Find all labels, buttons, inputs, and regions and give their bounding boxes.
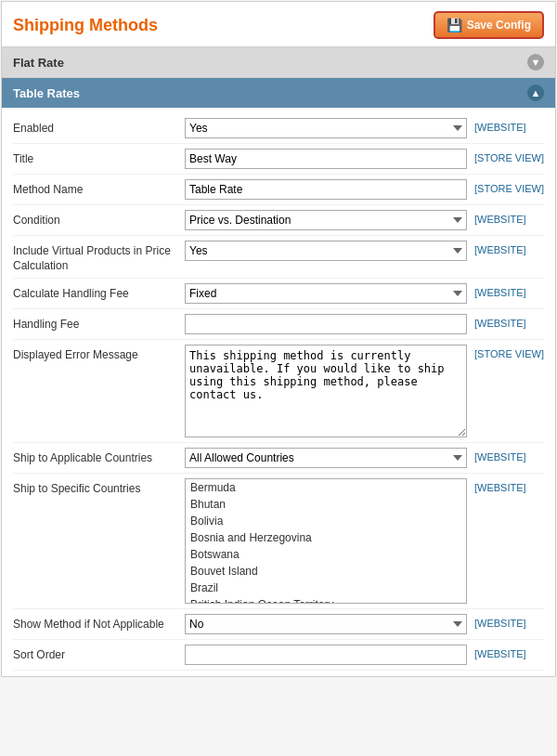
- method-name-scope: [STORE VIEW]: [474, 179, 544, 194]
- condition-control: Price vs. Destination Weight vs. Destina…: [185, 210, 544, 230]
- list-item[interactable]: Bermuda: [186, 479, 466, 496]
- calculate-handling-fee-control: Fixed Percent [WEBSITE]: [185, 283, 544, 304]
- flat-rate-section-header[interactable]: Flat Rate ▼: [2, 46, 555, 77]
- condition-label: Condition: [13, 210, 185, 228]
- sort-order-row: Sort Order [WEBSITE]: [13, 640, 544, 671]
- specific-countries-label: Ship to Specific Countries: [13, 478, 185, 497]
- handling-fee-control: [WEBSITE]: [185, 314, 544, 334]
- save-icon: 💾: [447, 18, 462, 33]
- list-item[interactable]: Botswana: [186, 546, 466, 563]
- include-virtual-label: Include Virtual Products in Price Calcul…: [13, 241, 185, 273]
- applicable-countries-select[interactable]: All Allowed Countries Specific Countries: [185, 448, 467, 468]
- table-rates-title: Table Rates: [13, 86, 80, 100]
- list-item[interactable]: Bouvet Island: [186, 563, 466, 580]
- title-label: Title: [13, 149, 185, 167]
- handling-fee-label: Handling Fee: [13, 314, 185, 332]
- method-name-control: [STORE VIEW]: [185, 179, 544, 200]
- handling-fee-input[interactable]: [185, 314, 467, 334]
- show-method-label: Show Method if Not Applicable: [13, 614, 185, 632]
- include-virtual-control: Yes No [WEBSITE]: [185, 241, 544, 261]
- list-item[interactable]: Bosnia and Herzegovina: [186, 529, 466, 546]
- list-item[interactable]: Bolivia: [186, 513, 466, 529]
- list-item[interactable]: Bhutan: [186, 496, 466, 513]
- form-content: Enabled Yes No [WEBSITE] Title [STORE VI…: [2, 108, 555, 676]
- include-virtual-select[interactable]: Yes No: [185, 241, 467, 261]
- include-virtual-scope: [WEBSITE]: [474, 241, 544, 255]
- flat-rate-toggle-icon: ▼: [527, 54, 544, 71]
- show-method-select[interactable]: No Yes: [185, 614, 467, 634]
- show-method-row: Show Method if Not Applicable No Yes [WE…: [13, 609, 544, 640]
- enabled-control: Yes No [WEBSITE]: [185, 118, 544, 138]
- applicable-countries-scope: [WEBSITE]: [474, 448, 544, 463]
- applicable-countries-label: Ship to Applicable Countries: [13, 448, 185, 466]
- page-title: Shipping Methods: [13, 16, 158, 35]
- method-name-row: Method Name [STORE VIEW]: [13, 175, 544, 205]
- show-method-control: No Yes [WEBSITE]: [185, 614, 544, 634]
- sort-order-control: [WEBSITE]: [185, 645, 544, 665]
- title-scope: [STORE VIEW]: [474, 149, 544, 163]
- calculate-handling-fee-select[interactable]: Fixed Percent: [185, 283, 467, 304]
- error-message-textarea[interactable]: This shipping method is currently unavai…: [185, 345, 467, 437]
- page-wrapper: Shipping Methods 💾 Save Config Flat Rate…: [1, 1, 556, 677]
- specific-countries-control: BermudaBhutanBoliviaBosnia and Herzegovi…: [185, 478, 544, 604]
- condition-scope: [WEBSITE]: [474, 210, 544, 225]
- condition-row: Condition Price vs. Destination Weight v…: [13, 205, 544, 236]
- calculate-handling-fee-scope: [WEBSITE]: [474, 283, 544, 298]
- specific-countries-row: Ship to Specific Countries BermudaBhutan…: [13, 474, 544, 609]
- title-input[interactable]: [185, 149, 467, 169]
- list-item[interactable]: British Indian Ocean Territory: [186, 596, 466, 604]
- page-header: Shipping Methods 💾 Save Config: [2, 2, 555, 46]
- handling-fee-scope: [WEBSITE]: [474, 314, 544, 329]
- error-message-label: Displayed Error Message: [13, 345, 185, 363]
- sort-order-input[interactable]: [185, 645, 467, 665]
- method-name-label: Method Name: [13, 179, 185, 198]
- save-config-button[interactable]: 💾 Save Config: [434, 11, 544, 39]
- calculate-handling-fee-label: Calculate Handling Fee: [13, 283, 185, 302]
- error-message-control: This shipping method is currently unavai…: [185, 345, 544, 437]
- condition-select[interactable]: Price vs. Destination Weight vs. Destina…: [185, 210, 467, 230]
- applicable-countries-control: All Allowed Countries Specific Countries…: [185, 448, 544, 468]
- specific-countries-listbox[interactable]: BermudaBhutanBoliviaBosnia and Herzegovi…: [185, 478, 467, 604]
- title-row: Title [STORE VIEW]: [13, 144, 544, 175]
- sort-order-scope: [WEBSITE]: [474, 645, 544, 659]
- enabled-select[interactable]: Yes No: [185, 118, 467, 138]
- table-rates-toggle-icon: ▲: [527, 85, 544, 101]
- handling-fee-row: Handling Fee [WEBSITE]: [13, 309, 544, 340]
- enabled-label: Enabled: [13, 118, 185, 137]
- enabled-scope: [WEBSITE]: [474, 118, 544, 133]
- list-item[interactable]: Brazil: [186, 580, 466, 596]
- title-control: [STORE VIEW]: [185, 149, 544, 169]
- specific-countries-scope: [WEBSITE]: [474, 478, 544, 493]
- sort-order-label: Sort Order: [13, 645, 185, 663]
- applicable-countries-row: Ship to Applicable Countries All Allowed…: [13, 443, 544, 474]
- error-message-scope: [STORE VIEW]: [474, 345, 544, 359]
- show-method-scope: [WEBSITE]: [474, 614, 544, 629]
- calculate-handling-fee-row: Calculate Handling Fee Fixed Percent [WE…: [13, 279, 544, 309]
- method-name-input[interactable]: [185, 179, 467, 200]
- error-message-row: Displayed Error Message This shipping me…: [13, 340, 544, 443]
- flat-rate-title: Flat Rate: [13, 56, 64, 70]
- include-virtual-row: Include Virtual Products in Price Calcul…: [13, 236, 544, 279]
- enabled-row: Enabled Yes No [WEBSITE]: [13, 113, 544, 144]
- table-rates-section-header[interactable]: Table Rates ▲: [2, 77, 555, 108]
- save-config-label: Save Config: [467, 19, 531, 32]
